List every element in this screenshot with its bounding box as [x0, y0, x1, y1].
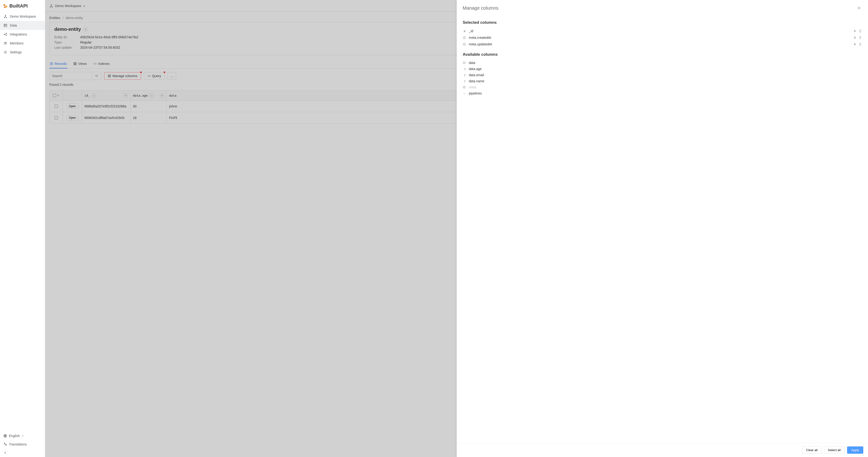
available-column-row[interactable]: meta — [463, 84, 862, 90]
available-column-row[interactable]: — pipelines — [463, 90, 862, 96]
svg-point-42 — [860, 45, 860, 45]
gear-icon — [3, 50, 7, 54]
selected-column-row[interactable]: # _id — [463, 28, 862, 34]
manage-columns-drawer: Manage columns Selected columns # _id me… — [457, 0, 868, 457]
logo-text: BuiltAPI — [9, 3, 28, 9]
text-type-icon: t — [463, 79, 467, 83]
column-name: pipelines — [469, 92, 862, 95]
sidebar-item-label: Integrations — [10, 32, 27, 36]
available-column-row[interactable]: t data.email — [463, 72, 862, 78]
clear-all-button[interactable]: Clear all — [802, 447, 822, 454]
available-column-row[interactable]: n data.age — [463, 66, 862, 72]
drag-handle-icon[interactable] — [859, 42, 862, 46]
svg-point-1 — [5, 5, 7, 7]
svg-point-10 — [4, 42, 5, 43]
sidebar-item-settings[interactable]: Settings — [0, 48, 45, 57]
svg-point-39 — [861, 43, 861, 43]
selected-columns-title: Selected columns — [463, 20, 862, 25]
svg-point-12 — [5, 52, 6, 53]
remove-column-button[interactable] — [853, 36, 857, 39]
column-name: _id — [469, 29, 851, 33]
text-type-icon: t — [463, 73, 467, 77]
column-name: meta — [469, 85, 862, 89]
drawer-footer: Clear all Select all Apply — [457, 443, 868, 457]
dash-icon: — — [463, 92, 467, 95]
svg-rect-6 — [4, 24, 7, 27]
selected-column-row[interactable]: meta.createdAt — [463, 34, 862, 41]
remove-column-button[interactable] — [853, 29, 857, 33]
members-icon — [3, 41, 7, 45]
clock-icon — [463, 36, 467, 39]
language-selector[interactable]: English ▼ — [0, 432, 45, 440]
svg-point-5 — [6, 17, 7, 18]
svg-point-2 — [4, 6, 6, 8]
svg-point-28 — [860, 32, 860, 32]
sidebar-item-data[interactable]: Data — [0, 21, 45, 30]
available-column-row[interactable]: data — [463, 60, 862, 66]
sidebar: BuiltAPI Demo Workspace Data Integration… — [0, 0, 45, 457]
sidebar-workspace-label: Demo Workspace — [10, 14, 36, 18]
close-drawer-button[interactable] — [856, 5, 862, 11]
svg-point-36 — [861, 38, 861, 39]
translations-link[interactable]: Translations — [0, 440, 45, 449]
clock-icon — [463, 43, 467, 46]
column-name: data.age — [469, 67, 862, 71]
svg-point-41 — [861, 44, 861, 44]
column-name: data.name — [469, 79, 862, 83]
svg-point-25 — [861, 30, 861, 30]
object-icon — [463, 61, 467, 64]
column-name: data.email — [469, 73, 862, 77]
column-name: data — [469, 61, 862, 65]
svg-point-9 — [6, 35, 7, 36]
svg-point-31 — [860, 36, 860, 37]
svg-point-33 — [860, 37, 860, 38]
logo: BuiltAPI — [0, 0, 45, 12]
drag-handle-icon[interactable] — [859, 29, 862, 33]
remove-column-button[interactable] — [853, 42, 857, 46]
workspace-icon — [3, 14, 7, 19]
svg-point-8 — [6, 33, 7, 34]
language-label: English — [9, 434, 20, 438]
sidebar-workspace[interactable]: Demo Workspace — [0, 12, 45, 21]
svg-point-35 — [860, 38, 860, 39]
collapse-sidebar[interactable] — [0, 449, 45, 457]
drag-handle-icon[interactable] — [859, 35, 862, 40]
sidebar-item-label: Data — [10, 24, 17, 27]
integrations-icon — [3, 32, 7, 36]
chevron-down-icon: ▼ — [22, 435, 24, 437]
globe-icon — [3, 434, 7, 438]
svg-point-43 — [861, 45, 861, 45]
number-type-icon: n — [463, 67, 467, 71]
svg-point-4 — [4, 17, 5, 18]
svg-point-26 — [860, 31, 860, 31]
logo-icon — [3, 3, 8, 9]
available-column-row[interactable]: t data.name — [463, 78, 862, 84]
apply-button[interactable]: Apply — [847, 447, 863, 454]
svg-point-7 — [4, 34, 5, 35]
table-icon — [3, 23, 7, 28]
select-all-button[interactable]: Select all — [824, 447, 845, 454]
column-name: meta.createdAt — [469, 36, 851, 39]
sidebar-item-label: Members — [10, 41, 24, 45]
sidebar-item-label: Settings — [10, 50, 22, 54]
svg-point-40 — [860, 44, 860, 44]
translate-icon — [3, 443, 7, 446]
svg-point-24 — [860, 30, 860, 30]
main: Demo Workspace ▼ Entities / demo-entity … — [45, 0, 868, 457]
svg-point-11 — [6, 42, 7, 43]
svg-point-34 — [861, 37, 861, 38]
sidebar-item-integrations[interactable]: Integrations — [0, 30, 45, 39]
svg-point-27 — [861, 31, 861, 31]
column-name: meta.updatedAt — [469, 42, 851, 46]
drawer-title: Manage columns — [463, 5, 499, 11]
svg-point-32 — [861, 36, 861, 37]
svg-point-38 — [860, 43, 860, 43]
translations-label: Translations — [9, 443, 27, 446]
selected-column-row[interactable]: meta.updatedAt — [463, 41, 862, 47]
hash-icon: # — [463, 29, 467, 33]
object-icon — [463, 86, 467, 89]
sidebar-item-members[interactable]: Members — [0, 39, 45, 48]
svg-point-29 — [861, 32, 861, 32]
available-columns-title: Available columns — [463, 52, 862, 57]
svg-point-3 — [5, 15, 6, 16]
